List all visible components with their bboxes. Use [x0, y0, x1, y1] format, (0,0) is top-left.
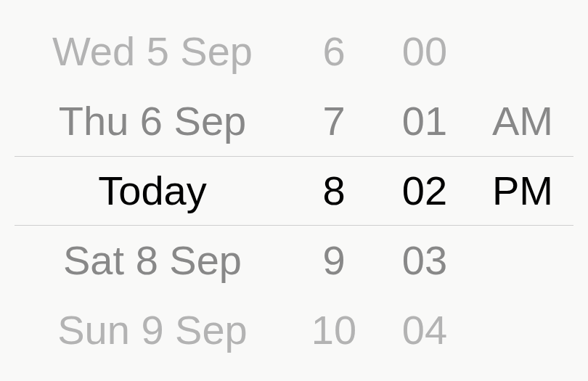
picker-row[interactable]: Thu 6 Sep 7 01 AM [15, 86, 573, 156]
picker-row[interactable]: Sat 8 Sep 9 03 [15, 226, 573, 295]
hour-column-value[interactable]: 10 [290, 306, 377, 353]
minute-column-value[interactable]: 01 [377, 97, 472, 144]
minute-column-value[interactable]: 03 [377, 237, 472, 284]
hour-column-value[interactable]: 9 [290, 237, 377, 284]
date-column-value[interactable]: Sat 8 Sep [15, 237, 290, 284]
datetime-picker[interactable]: Wed 5 Sep 6 00 Thu 6 Sep 7 01 AM Today 8… [0, 0, 588, 381]
date-column-value[interactable]: Thu 6 Sep [15, 97, 290, 144]
minute-column-value[interactable]: 00 [377, 28, 472, 75]
minute-column-value[interactable]: 04 [377, 306, 472, 353]
ampm-column-value[interactable]: PM [472, 167, 573, 214]
date-column-value[interactable]: Today [15, 167, 290, 214]
hour-column-value[interactable]: 7 [290, 97, 377, 144]
minute-column-value[interactable]: 02 [377, 167, 472, 214]
picker-row[interactable]: Wed 5 Sep 6 00 [15, 17, 573, 86]
hour-column-value[interactable]: 6 [290, 28, 377, 75]
picker-row[interactable]: Sun 9 Sep 10 04 [15, 295, 573, 365]
date-column-value[interactable]: Sun 9 Sep [15, 306, 290, 353]
hour-column-value[interactable]: 8 [290, 167, 377, 214]
picker-row-selected[interactable]: Today 8 02 PM [15, 156, 573, 226]
date-column-value[interactable]: Wed 5 Sep [15, 28, 290, 75]
ampm-column-value[interactable]: AM [472, 97, 573, 144]
